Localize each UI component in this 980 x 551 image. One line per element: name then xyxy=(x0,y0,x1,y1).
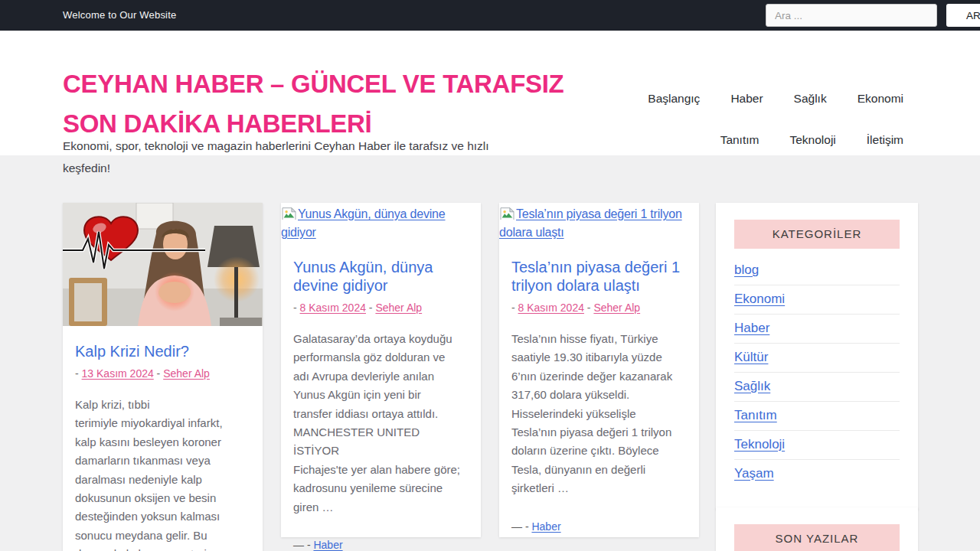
nav-item-teknoloji[interactable]: Teknoloji xyxy=(789,133,835,147)
post-category-link[interactable]: Haber xyxy=(313,539,342,551)
broken-image-alt-text: Tesla’nın piyasa değeri 1 trilyon dolara… xyxy=(499,207,682,239)
post-title[interactable]: Kalp Krizi Nedir? xyxy=(75,342,250,360)
featured-image-heart-attack[interactable] xyxy=(63,203,263,326)
sidebar-recent-posts-widget: SON YAZILAR xyxy=(716,507,918,551)
sidebar-categories-widget: KATEGORİLER blog Ekonomi Haber Kültür Sa… xyxy=(716,203,918,510)
footer-separator: - xyxy=(304,539,313,551)
recent-posts-heading: SON YAZILAR xyxy=(734,524,900,551)
meta-prefix: - xyxy=(293,302,300,314)
category-link-yasam[interactable]: Yaşam xyxy=(734,466,774,481)
post-meta: - 13 Kasım 2024 - Seher Alp xyxy=(75,367,250,380)
category-link-tanitim[interactable]: Tanıtım xyxy=(734,408,777,422)
page-root: { "topbar": { "welcome": "Welcome to Our… xyxy=(0,0,980,551)
category-link-teknoloji[interactable]: Teknoloji xyxy=(734,437,785,452)
search-input[interactable] xyxy=(766,4,937,27)
post-title[interactable]: Tesla’nın piyasa değeri 1 trilyon dolara… xyxy=(511,258,687,295)
post-footer: — - Haber xyxy=(511,520,687,533)
category-item: Ekonomi xyxy=(734,285,900,315)
category-link-blog[interactable]: blog xyxy=(734,262,759,277)
main-content: Kalp Krizi Nedir? - 13 Kasım 2024 - Sehe… xyxy=(0,155,980,551)
footer-dash: — xyxy=(511,520,522,533)
nav-item-baslangic[interactable]: Başlangıç xyxy=(648,92,700,106)
nav-row-2: Tanıtım Teknoloji İletişim xyxy=(720,133,903,147)
category-item: blog xyxy=(734,256,900,285)
footer-dash: — xyxy=(293,539,304,551)
post-excerpt: Galatasaray’da ortaya koyduğu performans… xyxy=(293,330,469,517)
category-item: Teknoloji xyxy=(734,431,900,460)
nav-row-1: Başlangıç Haber Sağlık Ekonomi xyxy=(648,92,903,106)
category-item: Kültür xyxy=(734,344,900,373)
nav-item-iletisim[interactable]: İletişim xyxy=(867,133,903,147)
article-card: Yunus Akgün, dünya devine gidiyor Yunus … xyxy=(281,203,481,537)
post-date-link[interactable]: 13 Kasım 2024 xyxy=(82,367,154,380)
nav-item-tanitim[interactable]: Tanıtım xyxy=(720,133,760,147)
broken-image-alt-link[interactable]: Yunus Akgün, dünya devine gidiyor xyxy=(281,203,481,242)
post-category-link[interactable]: Haber xyxy=(531,520,560,533)
welcome-text: Welcome to Our Website xyxy=(63,0,176,31)
post-meta: - 8 Kasım 2024 - Seher Alp xyxy=(511,302,687,314)
category-link-haber[interactable]: Haber xyxy=(734,321,769,335)
site-title[interactable]: CEYHAN HABER – GÜNCEL VE TARAFSIZ SON DA… xyxy=(63,64,564,144)
nav-item-ekonomi[interactable]: Ekonomi xyxy=(858,92,903,106)
categories-list: blog Ekonomi Haber Kültür Sağlık Tanıtım… xyxy=(734,256,900,488)
site-header: CEYHAN HABER – GÜNCEL VE TARAFSIZ SON DA… xyxy=(0,31,980,155)
post-date-link[interactable]: 8 Kasım 2024 xyxy=(300,302,366,314)
category-item: Yaşam xyxy=(734,460,900,488)
post-excerpt: Tesla’nın hisse fiyatı, Türkiye saatiyle… xyxy=(511,330,687,498)
broken-image-icon xyxy=(281,207,297,220)
category-item: Sağlık xyxy=(734,373,900,402)
main-navigation: Başlangıç Haber Sağlık Ekonomi Tanıtım T… xyxy=(582,92,903,147)
post-author-link[interactable]: Seher Alp xyxy=(163,367,210,380)
category-link-ekonomi[interactable]: Ekonomi xyxy=(734,292,785,306)
search-button[interactable]: ARA xyxy=(946,4,980,27)
category-item: Tanıtım xyxy=(734,402,900,431)
broken-image-alt-link[interactable]: Tesla’nın piyasa değeri 1 trilyon dolara… xyxy=(499,203,699,242)
category-link-kultur[interactable]: Kültür xyxy=(734,350,768,364)
meta-separator: - xyxy=(154,367,163,380)
article-card: Kalp Krizi Nedir? - 13 Kasım 2024 - Sehe… xyxy=(63,203,263,551)
meta-separator: - xyxy=(366,302,375,314)
meta-prefix: - xyxy=(75,367,82,380)
post-meta: - 8 Kasım 2024 - Seher Alp xyxy=(293,302,469,314)
post-excerpt: Kalp krizi, tıbbi terimiyle miyokardiyal… xyxy=(75,396,250,551)
meta-separator: - xyxy=(584,302,593,314)
nav-item-saglik[interactable]: Sağlık xyxy=(794,92,827,106)
post-date-link[interactable]: 8 Kasım 2024 xyxy=(518,302,584,314)
post-author-link[interactable]: Seher Alp xyxy=(593,302,640,314)
top-bar: Welcome to Our Website ARA xyxy=(0,0,980,31)
post-author-link[interactable]: Seher Alp xyxy=(375,302,422,314)
broken-image-alt-text: Yunus Akgün, dünya devine gidiyor xyxy=(281,207,446,239)
footer-separator: - xyxy=(522,520,531,533)
post-title[interactable]: Yunus Akgün, dünya devine gidiyor xyxy=(293,258,469,295)
nav-item-haber[interactable]: Haber xyxy=(730,92,763,106)
categories-heading: KATEGORİLER xyxy=(734,220,900,249)
site-tagline: Ekonomi, spor, teknoloji ve magazin habe… xyxy=(63,135,568,179)
category-link-saglik[interactable]: Sağlık xyxy=(734,379,770,393)
meta-prefix: - xyxy=(511,302,518,314)
article-card: Tesla’nın piyasa değeri 1 trilyon dolara… xyxy=(499,203,699,537)
post-footer: — - Haber xyxy=(293,539,469,551)
broken-image-icon xyxy=(499,207,515,220)
category-item: Haber xyxy=(734,315,900,344)
